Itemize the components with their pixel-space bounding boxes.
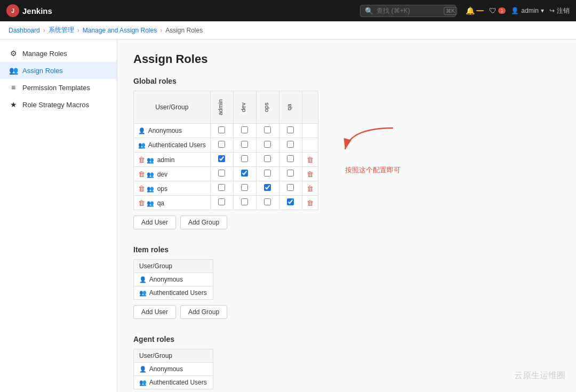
- table-row: 👤 Anonymous: [134, 124, 318, 138]
- logout-button[interactable]: ↪ 注销: [549, 6, 570, 15]
- breadcrumb-dashboard[interactable]: Dashboard: [9, 27, 40, 34]
- checkbox-auth-admin[interactable]: [218, 141, 225, 148]
- breadcrumb: Dashboard › 系统管理 › Manage and Assign Rol…: [0, 21, 576, 39]
- delete-icon-right[interactable]: 🗑: [307, 156, 314, 164]
- delete-icon[interactable]: 🗑: [138, 170, 145, 178]
- checkbox-dev-qa[interactable]: [287, 170, 294, 177]
- item-add-user-button[interactable]: Add User: [133, 305, 176, 319]
- agent-roles-section: Agent roles User/Group 👤 Anonymous 👥 Aut…: [133, 335, 560, 392]
- table-row: 👤 Anonymous: [134, 363, 213, 376]
- breadcrumb-manage-assign[interactable]: Manage and Assign Roles: [83, 27, 157, 34]
- table-row: 👥 Authenticated Users: [134, 376, 213, 389]
- agent-col-header: User/Group: [134, 349, 213, 363]
- notifications-button[interactable]: 🔔: [466, 6, 484, 15]
- agent-row-anonymous: 👤 Anonymous: [134, 363, 213, 376]
- sidebar-item-label: Manage Roles: [22, 50, 67, 58]
- checkbox-anonymous-dev[interactable]: [241, 126, 248, 133]
- checkbox-qa-admin[interactable]: [218, 198, 225, 205]
- checkbox-auth-ops[interactable]: [264, 141, 271, 148]
- table-row: 🗑 👥 qa 🗑: [134, 196, 318, 210]
- checkbox-auth-qa[interactable]: [287, 141, 294, 148]
- checkbox-admin-qa[interactable]: [287, 155, 294, 162]
- delete-icon[interactable]: 🗑: [138, 156, 145, 164]
- search-icon: 🔍: [365, 7, 373, 15]
- item-row-anonymous: 👤 Anonymous: [134, 273, 213, 286]
- global-roles-table: User/Group admin dev ops qa 👤 A: [133, 91, 318, 210]
- item-roles-section: Item roles User/Group 👤 Anonymous 👥 Auth…: [133, 245, 560, 319]
- search-bar[interactable]: 🔍 ⌘K: [360, 5, 456, 17]
- logo[interactable]: J Jenkins: [6, 4, 52, 17]
- checkbox-ops-dev[interactable]: [241, 184, 248, 191]
- page-title: Assign Roles: [133, 52, 560, 66]
- search-shortcut: ⌘K: [444, 7, 457, 15]
- annotation-text-1: 按照这个配置即可: [345, 165, 401, 175]
- col-header-dev: dev: [233, 91, 256, 124]
- delete-icon-right[interactable]: 🗑: [307, 170, 314, 178]
- checkbox-anonymous-qa[interactable]: [287, 126, 294, 133]
- checkbox-anonymous-admin[interactable]: [218, 126, 225, 133]
- breadcrumb-current: Assign Roles: [165, 27, 203, 34]
- sidebar: ⚙ Manage Roles 👥 Assign Roles ≡ Permissi…: [0, 39, 117, 392]
- checkbox-qa-qa[interactable]: [287, 198, 294, 205]
- user-cell: 👤 Anonymous: [134, 124, 211, 138]
- search-input[interactable]: [377, 7, 441, 14]
- checkbox-admin-admin[interactable]: [218, 155, 225, 162]
- item-col-header: User/Group: [134, 260, 213, 273]
- table-row: 👥 Authenticated Users: [134, 286, 213, 300]
- user-cell: 🗑 👥 qa: [134, 196, 211, 210]
- checkbox-ops-ops[interactable]: [264, 184, 271, 191]
- global-roles-buttons: Add User Add Group: [133, 215, 318, 229]
- role-strategy-icon: ★: [9, 100, 18, 109]
- sidebar-item-manage-roles[interactable]: ⚙ Manage Roles: [0, 45, 117, 62]
- delete-icon-right[interactable]: 🗑: [307, 199, 314, 207]
- user-cell: 👥 Authenticated Users: [134, 138, 211, 153]
- table-row: 👤 Anonymous: [134, 273, 213, 286]
- user-cell: 🗑 👥 dev: [134, 167, 211, 181]
- col-header-ops: ops: [256, 91, 279, 124]
- sidebar-item-permission-templates[interactable]: ≡ Permission Templates: [0, 79, 117, 96]
- checkbox-ops-qa[interactable]: [287, 184, 294, 191]
- jenkins-icon: J: [6, 4, 19, 17]
- delete-icon[interactable]: 🗑: [138, 199, 145, 207]
- col-header-qa: qa: [279, 91, 302, 124]
- arrow-annotation-1: [340, 123, 404, 165]
- user-menu[interactable]: 👤 admin ▾: [511, 7, 544, 14]
- checkbox-dev-admin[interactable]: [218, 170, 225, 177]
- shield-button[interactable]: 🛡 1: [489, 6, 506, 15]
- item-row-auth: 👥 Authenticated Users: [134, 286, 213, 300]
- user-name: admin: [521, 7, 539, 14]
- agent-roles-table: User/Group 👤 Anonymous 👥 Authenticated U…: [133, 349, 213, 389]
- assign-roles-icon: 👥: [9, 66, 18, 75]
- checkbox-auth-dev[interactable]: [241, 141, 248, 148]
- breadcrumb-system[interactable]: 系统管理: [49, 26, 74, 35]
- sidebar-item-assign-roles[interactable]: 👥 Assign Roles: [0, 62, 117, 79]
- checkbox-dev-ops[interactable]: [264, 170, 271, 177]
- permission-templates-icon: ≡: [9, 83, 18, 92]
- checkbox-qa-dev[interactable]: [241, 198, 248, 205]
- item-add-group-button[interactable]: Add Group: [180, 305, 227, 319]
- sidebar-item-label: Role Strategy Macros: [22, 101, 89, 109]
- checkbox-dev-dev[interactable]: [241, 170, 248, 177]
- checkbox-ops-admin[interactable]: [218, 184, 225, 191]
- checkbox-qa-ops[interactable]: [264, 198, 271, 205]
- checkbox-anonymous-ops[interactable]: [264, 126, 271, 133]
- col-header-user: User/Group: [134, 91, 211, 124]
- shield-badge: 1: [498, 7, 506, 14]
- user-cell: 🗑 👥 admin: [134, 153, 211, 167]
- app-name: Jenkins: [22, 6, 52, 15]
- sidebar-item-role-strategy-macros[interactable]: ★ Role Strategy Macros: [0, 96, 117, 113]
- delete-icon[interactable]: 🗑: [138, 185, 145, 193]
- manage-roles-icon: ⚙: [9, 49, 18, 58]
- col-header-admin: admin: [210, 91, 233, 124]
- checkbox-admin-ops[interactable]: [264, 155, 271, 162]
- main-layout: ⚙ Manage Roles 👥 Assign Roles ≡ Permissi…: [0, 39, 576, 392]
- table-row: 🗑 👥 admin 🗑: [134, 153, 318, 167]
- agent-row-auth: 👥 Authenticated Users: [134, 376, 213, 389]
- global-add-user-button[interactable]: Add User: [133, 215, 176, 229]
- sidebar-item-label: Permission Templates: [22, 84, 90, 92]
- global-roles-section: Global roles User/Group admin dev ops qa: [133, 77, 560, 229]
- checkbox-admin-dev[interactable]: [241, 155, 248, 162]
- item-roles-table: User/Group 👤 Anonymous 👥 Authenticated U…: [133, 259, 213, 300]
- global-add-group-button[interactable]: Add Group: [180, 215, 227, 229]
- delete-icon-right[interactable]: 🗑: [307, 185, 314, 193]
